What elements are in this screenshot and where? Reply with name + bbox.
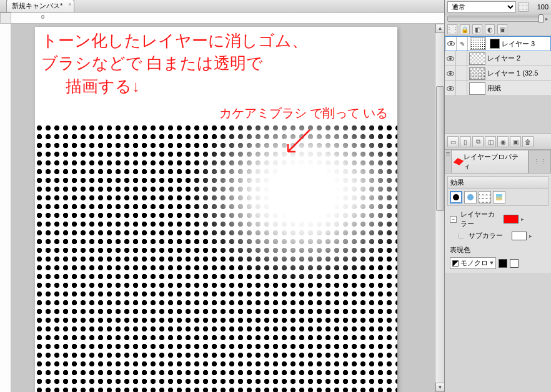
tab-layer-property[interactable]: レイヤープロパティ (451, 150, 529, 173)
annotation-main: トーン化したレイヤーに消しゴム、 ブラシなどで 白または透明で 描画する↓ (41, 30, 391, 98)
layer-list: ✎ レイヤー 3 レイヤー 2 レイヤー 1 (32.5 用紙 (445, 36, 551, 134)
eye-icon (447, 41, 455, 46)
tab-other[interactable]: ⋮⋮ (529, 150, 551, 173)
document-tab[interactable]: 新規キャンバス* × (6, 0, 74, 12)
layer-row[interactable]: 用紙 (445, 81, 551, 96)
ruler-vertical[interactable] (0, 24, 11, 392)
layer-name[interactable]: レイヤー 2 (487, 54, 551, 63)
scrollbar-vertical[interactable]: ▲ ▼ (435, 24, 444, 392)
layer-name[interactable]: 用紙 (487, 84, 551, 93)
expand-icon[interactable]: ▸ (521, 216, 524, 222)
dup-layer-icon[interactable]: ⧉ (472, 136, 484, 147)
effect-checker-icon[interactable] (479, 191, 491, 203)
visibility-toggle[interactable] (445, 51, 456, 66)
transfer-icon[interactable]: ◫ (485, 136, 496, 147)
sub-color-swatch[interactable] (512, 232, 527, 240)
edit-indicator[interactable]: ✎ (457, 37, 468, 51)
layer-thumbnail[interactable] (469, 52, 485, 65)
scroll-up-icon[interactable]: ▲ (435, 24, 444, 33)
layer-row[interactable]: ✎ レイヤー 3 (445, 36, 551, 51)
scroll-down-icon[interactable]: ▼ (435, 383, 444, 392)
erased-area (35, 124, 397, 392)
layer-thumbnail[interactable] (470, 37, 486, 50)
eye-icon (447, 86, 454, 91)
ruler-horizontal[interactable]: 0 (11, 12, 444, 24)
menu-icon[interactable]: ▸ (545, 16, 549, 22)
new-layer-icon[interactable]: ▭ (447, 136, 459, 147)
visibility-toggle[interactable] (445, 37, 457, 51)
visibility-toggle[interactable] (445, 81, 456, 96)
annotation-side: カケアミブラシ で削って いる (219, 105, 388, 121)
right-panel: 通常 100 ▸ ⋮⋮ 🔒 ◧ ◐ ▣ ✎ レイヤー 3 レイヤー 2 (444, 0, 551, 392)
effect-border-icon[interactable] (450, 191, 462, 203)
white-swatch[interactable] (510, 259, 519, 268)
visibility-toggle[interactable] (445, 66, 456, 81)
effect-color-icon[interactable] (493, 191, 505, 203)
edit-indicator[interactable] (456, 51, 467, 66)
property-tabs: レイヤープロパティ ⋮⋮ (445, 150, 551, 174)
opacity-slider[interactable] (447, 16, 543, 22)
document-tab-bar: 新規キャンバス* × (0, 0, 444, 12)
edit-indicator[interactable] (456, 81, 467, 96)
edit-indicator[interactable] (456, 66, 467, 81)
drag-handle-icon[interactable] (445, 150, 451, 173)
effect-header: 効果 (448, 177, 548, 189)
layer-color-swatch[interactable] (504, 215, 519, 223)
eye-icon (447, 71, 454, 76)
ref-icon[interactable]: ▣ (497, 24, 507, 34)
layer-thumbnail[interactable] (469, 67, 485, 80)
effect-tone-icon[interactable] (464, 191, 477, 203)
close-icon[interactable]: × (68, 1, 71, 7)
new-folder-icon[interactable]: ▯ (460, 136, 471, 147)
mask-icon[interactable]: ▣ (510, 136, 521, 147)
annotation-arrow-icon (282, 127, 313, 158)
canvas[interactable]: トーン化したレイヤーに消しゴム、 ブラシなどで 白または透明で 描画する↓ カケ… (35, 27, 397, 392)
layer-row[interactable]: レイヤー 2 (445, 51, 551, 66)
lock-icon[interactable]: 🔒 (460, 24, 470, 34)
delete-icon[interactable]: 🗑 (522, 136, 534, 147)
merge-icon[interactable]: ◉ (497, 136, 509, 147)
checker-icon[interactable] (519, 2, 529, 12)
black-swatch[interactable] (499, 259, 507, 268)
layer-row[interactable]: レイヤー 1 (32.5 (445, 66, 551, 81)
ruler-origin[interactable] (0, 12, 11, 24)
expression-select[interactable]: モノクロ (450, 257, 496, 269)
layer-name[interactable]: レイヤー 1 (32.5 (487, 69, 551, 78)
opacity-value: 100 (531, 3, 549, 11)
link-icon[interactable]: ⋮⋮ (447, 24, 457, 34)
pen-icon (454, 158, 464, 165)
blend-mode-select[interactable]: 通常 (447, 1, 516, 12)
canvas-area[interactable]: トーン化したレイヤーに消しゴム、 ブラシなどで 白または透明で 描画する↓ カケ… (11, 24, 435, 392)
scroll-thumb[interactable] (436, 86, 444, 211)
layer-thumbnail[interactable] (469, 82, 485, 95)
document-title: 新規キャンバス* (12, 2, 62, 9)
layer-footer: ▭ ▯ ⧉ ◫ ◉ ▣ 🗑 (445, 134, 551, 150)
expand-icon[interactable]: ▸ (529, 233, 532, 239)
expression-label: 表現色 (450, 245, 470, 255)
clip-icon[interactable]: ◐ (485, 24, 495, 34)
lock-alpha-icon[interactable]: ◧ (472, 24, 482, 34)
layer-name[interactable]: レイヤー 3 (502, 39, 550, 49)
layer-color-label: レイヤーカラー (460, 210, 501, 228)
slider-knob[interactable] (539, 14, 544, 23)
eye-icon (447, 56, 454, 61)
layer-type-icon (490, 39, 500, 49)
mono-icon (452, 260, 459, 267)
chevron-down-icon (490, 262, 494, 265)
sub-color-label: サブカラー (469, 231, 509, 240)
property-body: 効果 − レイヤーカラー ▸ サブカラー ▸ 表現色 (445, 174, 551, 273)
collapse-toggle[interactable]: − (450, 216, 457, 223)
